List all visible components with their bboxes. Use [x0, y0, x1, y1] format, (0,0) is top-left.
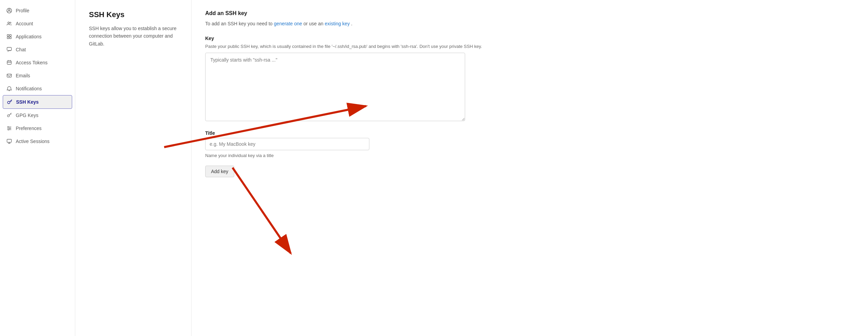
- bell-icon: [6, 86, 12, 92]
- svg-rect-19: [7, 139, 12, 142]
- page-description: SSH keys allow you to establish a secure…: [89, 25, 177, 48]
- sidebar-item-emails[interactable]: Emails: [0, 69, 75, 82]
- sidebar-item-active-sessions[interactable]: Active Sessions: [0, 135, 75, 148]
- svg-point-2: [8, 22, 10, 24]
- sidebar-item-chat-label: Chat: [16, 47, 26, 52]
- svg-rect-4: [7, 35, 9, 36]
- svg-rect-7: [10, 37, 11, 39]
- key-hint: Paste your public SSH key, which is usua…: [205, 43, 854, 50]
- sidebar-item-gpg-keys[interactable]: GPG Keys: [0, 109, 75, 122]
- sidebar-item-chat[interactable]: Chat: [0, 43, 75, 56]
- sidebar: Profile Account Applications: [0, 0, 75, 336]
- svg-point-1: [9, 9, 10, 11]
- grid-icon: [6, 34, 12, 40]
- left-panel: SSH Keys SSH keys allow you to establish…: [75, 0, 192, 336]
- or-text: or use an: [303, 21, 325, 26]
- add-description: To add an SSH key you need to generate o…: [205, 20, 854, 27]
- svg-rect-9: [7, 61, 11, 64]
- add-key-button[interactable]: Add key: [205, 166, 234, 177]
- key-label: Key: [205, 36, 854, 41]
- sidebar-item-access-tokens[interactable]: Access Tokens: [0, 56, 75, 69]
- sidebar-item-access-tokens-label: Access Tokens: [16, 60, 48, 65]
- sidebar-item-notifications[interactable]: Notifications: [0, 82, 75, 95]
- sidebar-item-ssh-keys-label: SSH Keys: [16, 99, 39, 105]
- period: .: [351, 21, 353, 26]
- sidebar-item-account-label: Account: [16, 21, 33, 26]
- sidebar-item-emails-label: Emails: [16, 73, 30, 78]
- svg-rect-10: [7, 74, 12, 77]
- sidebar-item-preferences-label: Preferences: [16, 126, 41, 131]
- add-section-title: Add an SSH key: [205, 10, 854, 16]
- add-description-text: To add an SSH key you need to: [205, 21, 274, 26]
- sidebar-item-preferences[interactable]: Preferences: [0, 122, 75, 135]
- svg-point-3: [10, 22, 11, 24]
- right-panel: Add an SSH key To add an SSH key you nee…: [192, 0, 868, 336]
- svg-rect-5: [10, 35, 11, 36]
- svg-rect-8: [7, 48, 12, 51]
- svg-point-16: [10, 128, 11, 129]
- title-hint: Name your individual key via a title: [205, 152, 854, 159]
- sidebar-item-ssh-keys[interactable]: SSH Keys: [3, 95, 72, 109]
- key-icon: [6, 99, 13, 105]
- svg-point-18: [8, 129, 9, 130]
- main-content: SSH Keys SSH keys allow you to establish…: [75, 0, 868, 336]
- sidebar-item-active-sessions-label: Active Sessions: [16, 139, 50, 144]
- key-small-icon: [6, 112, 12, 118]
- title-label: Title: [205, 130, 854, 136]
- page-title: SSH Keys: [89, 10, 177, 19]
- generate-link[interactable]: generate one: [274, 21, 302, 26]
- svg-point-14: [8, 127, 9, 128]
- title-input[interactable]: [205, 138, 369, 150]
- clock-icon: [6, 60, 12, 66]
- sidebar-item-profile[interactable]: Profile: [0, 4, 75, 17]
- sidebar-item-applications-label: Applications: [16, 34, 42, 39]
- circle-user-icon: [6, 8, 12, 14]
- sidebar-item-notifications-label: Notifications: [16, 86, 42, 91]
- chat-icon: [6, 47, 12, 53]
- monitor-icon: [6, 138, 12, 144]
- sliders-icon: [6, 125, 12, 131]
- svg-point-11: [8, 101, 10, 104]
- sidebar-item-account[interactable]: Account: [0, 17, 75, 30]
- sidebar-item-profile-label: Profile: [16, 8, 29, 13]
- sidebar-item-applications[interactable]: Applications: [0, 30, 75, 43]
- sidebar-item-gpg-keys-label: GPG Keys: [16, 113, 38, 118]
- users-icon: [6, 21, 12, 27]
- existing-link[interactable]: existing key: [325, 21, 350, 26]
- key-textarea[interactable]: [205, 53, 465, 121]
- svg-rect-6: [7, 37, 9, 39]
- envelope-icon: [6, 73, 12, 79]
